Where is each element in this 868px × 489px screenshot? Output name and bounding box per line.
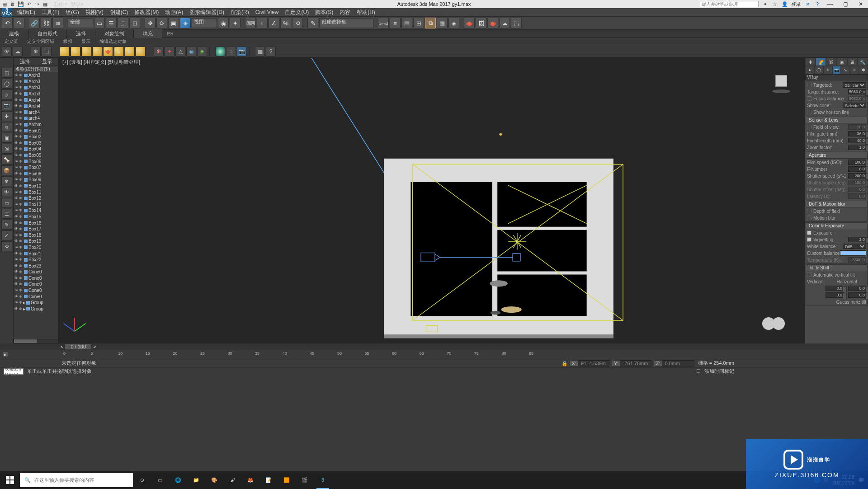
menu-group[interactable]: 组(G) (63, 8, 81, 17)
filmgate-spinner[interactable]: 36.0 (848, 131, 866, 136)
menu-content[interactable]: 内容 (337, 8, 353, 17)
menu-script[interactable]: 脚本(S) (312, 8, 336, 17)
render-setup-button[interactable]: 🫖 (464, 18, 475, 28)
rotate-button[interactable]: ⟳ (156, 18, 167, 28)
taskbar-search[interactable]: 🔍在这里输入你要搜索的内容 (20, 473, 133, 487)
render-button[interactable]: 🫖 (487, 18, 498, 28)
ribbon-sub-4[interactable]: 编辑选定对象 (95, 38, 131, 45)
taskview-button[interactable]: ⊙ (133, 471, 151, 489)
scale-button[interactable]: ▣ (168, 18, 179, 28)
unlink-button[interactable]: ⛓ (41, 18, 52, 28)
menu-grapheditors[interactable]: 图形编辑器(D) (187, 8, 227, 17)
coord-z-val[interactable]: 0.0mm (663, 360, 694, 367)
snap-3d-button[interactable]: 3 (257, 18, 268, 28)
se-filter-camera-icon[interactable]: 📷 (1, 100, 12, 110)
open-a360-button[interactable]: ⬚ (511, 18, 522, 28)
maxscript-mini[interactable]: 欢迎使用 MAXSc (4, 368, 24, 375)
scene-list-item[interactable]: 👁❄Box11 (14, 189, 58, 195)
cloud-icon[interactable]: ☆ (771, 0, 778, 8)
modifier-stack-header[interactable]: VRay (805, 74, 868, 80)
help-icon[interactable]: ? (814, 0, 821, 8)
scene-list-item[interactable]: 👁❄Box10 (14, 183, 58, 189)
scene-list-item[interactable]: 👁❄Cone0 (14, 275, 58, 282)
se-filter-hidden-icon[interactable]: 👁 (1, 187, 12, 197)
helper-1-icon[interactable]: △ (175, 47, 185, 56)
firefox-app[interactable]: 🦊 (241, 471, 259, 489)
pivot-button[interactable]: ◉ (218, 18, 229, 28)
scene-hscroll[interactable] (14, 339, 58, 343)
scene-list-item[interactable]: 👁❄Box16 (14, 220, 58, 226)
scene-tab-display[interactable]: 显示 (42, 58, 52, 65)
rollout-aperture-header[interactable]: Aperture (806, 152, 867, 159)
material-editor-button[interactable]: ◈ (448, 18, 459, 28)
vignette-label[interactable]: Vignetting: (813, 237, 848, 242)
rollout-tilt-header[interactable]: Tilt & Shift (806, 265, 867, 271)
scene-list-item[interactable]: 👁❄Box19 (14, 238, 58, 244)
geosphere-prim-icon[interactable]: ◐ (125, 47, 135, 56)
scene-list-item[interactable]: 👁❄Box02 (14, 134, 58, 140)
scene-list-item[interactable]: 👁❄arch4 (14, 109, 58, 116)
trackbar-toggle-icon[interactable]: ▸ (3, 352, 8, 357)
scene-list-item[interactable]: 👁❄Box05 (14, 152, 58, 159)
window-crossing-button[interactable]: ⊡ (129, 18, 140, 28)
menu-modifiers[interactable]: 修改器(M) (132, 8, 161, 17)
rollout-color-header[interactable]: Color & Exposure (806, 223, 867, 229)
scene-list-item[interactable]: 👁❄▸ Group (14, 306, 58, 312)
focusdist-spinner[interactable]: 5080.0m (848, 96, 866, 101)
time-nav-next-icon[interactable]: > (93, 344, 96, 349)
tab-hierarchy-icon[interactable]: ⛓ (826, 58, 836, 66)
scene-list-item[interactable]: 👁❄Box03 (14, 140, 58, 146)
redo-icon[interactable]: ↷ (33, 0, 41, 8)
move-button[interactable]: ✥ (145, 18, 156, 28)
showhorizon-label[interactable]: Show horizon line (813, 110, 866, 115)
showcone-select[interactable]: Selected (843, 103, 866, 108)
subtab-spacewarp-icon[interactable]: ≈ (850, 66, 859, 74)
scene-list-item[interactable]: 👁❄Box01 (14, 127, 58, 134)
menu-help[interactable]: 帮助(H) (354, 8, 378, 17)
se-filter-frozen-icon[interactable]: ❄ (1, 176, 12, 186)
se-filter-xref-icon[interactable]: ⇲ (1, 144, 12, 154)
scene-list-item[interactable]: 👁❄Box21 (14, 250, 58, 257)
add-time-tag-label[interactable]: 添加时间标记 (704, 368, 734, 375)
sphere-prim-icon[interactable]: ● (71, 47, 80, 56)
iso-spinner[interactable]: 100.0 (848, 160, 866, 165)
teapot-prim-icon[interactable]: 🫖 (103, 47, 113, 56)
manip-button[interactable]: ✦ (230, 18, 241, 28)
vignette-spinner[interactable]: 3.0 (848, 237, 866, 242)
se-tool-4-icon[interactable]: ✓ (1, 230, 12, 240)
scene-list-item[interactable]: 👁❄Arch3 (14, 72, 58, 79)
scene-list-item[interactable]: 👁❄Box18 (14, 232, 58, 238)
tab-modify-icon[interactable]: 🌈 (816, 58, 826, 66)
start-button[interactable] (0, 471, 20, 489)
ribbon-tab-objectpaint[interactable]: 对象绘制 (95, 29, 134, 38)
schematic-view-button[interactable]: ▦ (437, 18, 448, 28)
layer-button[interactable]: ▤ (401, 18, 412, 28)
scene-list-item[interactable]: 👁❄Box07 (14, 165, 58, 171)
video-app[interactable]: 🎬 (296, 471, 314, 489)
scene-list-header[interactable]: 名称(按升序排序) (14, 66, 58, 72)
custbal-swatch[interactable] (840, 250, 866, 256)
subtab-system-icon[interactable]: ✱ (859, 66, 868, 74)
tube-prim-icon[interactable]: ◎ (136, 47, 146, 56)
scene-list-item[interactable]: 👁❄Box22 (14, 257, 58, 263)
ribbon-tab-populate[interactable]: 填充 (134, 29, 162, 38)
exchange-icon[interactable]: ✕ (804, 0, 811, 8)
se-tool-1-icon[interactable]: ▭ (1, 198, 12, 208)
angle-snap-button[interactable]: ∠ (269, 18, 279, 28)
cone-prim-icon[interactable]: ▲ (114, 47, 124, 56)
coord-y-val[interactable]: -761.78mm (621, 360, 652, 367)
login-label[interactable]: 登录 (791, 1, 801, 8)
rollout-sensor-header[interactable]: Sensor & Lens (806, 117, 867, 123)
autovt-label[interactable]: Automatic vertical tilt (813, 273, 866, 277)
user-icon[interactable]: 👤 (781, 0, 788, 8)
se-filter-shape-icon[interactable]: ◯ (1, 79, 12, 89)
subtab-helper-icon[interactable]: ↘ (841, 66, 850, 74)
paint1-app[interactable]: 🎨 (205, 471, 223, 489)
subtab-shape-icon[interactable]: ◯ (814, 66, 823, 74)
scene-list-item[interactable]: 👁❄Box20 (14, 244, 58, 251)
unfreeze-button[interactable]: ⬚ (42, 47, 52, 56)
infocenter-icon[interactable]: ✦ (761, 0, 769, 8)
torus-prim-icon[interactable]: ◯ (92, 47, 102, 56)
keyboard-shortcut-button[interactable]: ⌨ (245, 18, 256, 28)
subtab-light-icon[interactable]: ☀ (823, 66, 832, 74)
